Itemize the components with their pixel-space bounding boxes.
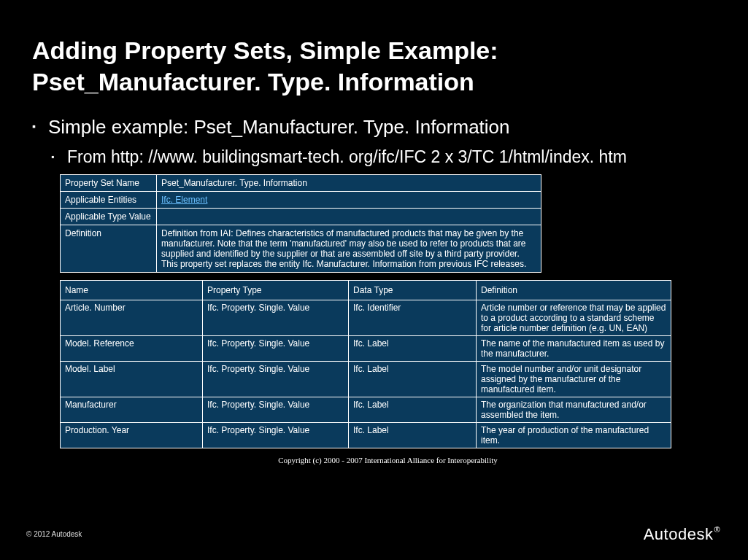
meta-label: Definition [61, 225, 157, 273]
bullet-list: Simple example: Pset_Manufacturer. Type.… [32, 116, 716, 167]
meta-label: Applicable Entities [61, 192, 157, 209]
meta-row: DefinitionDefinition from IAI: Defines c… [61, 225, 541, 273]
meta-link[interactable]: Ifc. Element [161, 195, 207, 205]
meta-value[interactable]: Ifc. Element [157, 192, 541, 209]
props-header-dtype: Data Type [349, 281, 477, 300]
registered-icon: ® [714, 525, 720, 534]
cell-dtype: Ifc. Label [349, 397, 477, 423]
cell-ptype: Ifc. Property. Single. Value [203, 300, 349, 336]
sub-bullet-list: From http: //www. buildingsmart-tech. or… [48, 147, 716, 167]
meta-value [157, 209, 541, 225]
bullet-item-1: Simple example: Pset_Manufacturer. Type.… [32, 116, 716, 167]
meta-value: Definition from IAI: Defines characteris… [157, 225, 541, 273]
props-header-name: Name [61, 281, 203, 300]
slide-title: Adding Property Sets, Simple Example: Ps… [32, 35, 716, 97]
props-header-def: Definition [477, 281, 671, 300]
table-row: Model. ReferenceIfc. Property. Single. V… [61, 336, 671, 362]
autodesk-logo-text: Autodesk [644, 525, 714, 543]
cell-dtype: Ifc. Label [349, 423, 477, 448]
cell-name: Article. Number [61, 300, 203, 336]
bullet-text-2: From http: //www. buildingsmart-tech. or… [67, 147, 627, 166]
cell-dtype: Ifc. Label [349, 362, 477, 397]
cell-def: The model number and/or unit designator … [477, 362, 671, 397]
properties-table: Name Property Type Data Type Definition … [60, 280, 671, 448]
table-row: Model. LabelIfc. Property. Single. Value… [61, 362, 671, 397]
tables-area: Property Set NamePset_Manufacturer. Type… [60, 174, 716, 464]
cell-name: Model. Label [61, 362, 203, 397]
meta-row: Property Set NamePset_Manufacturer. Type… [61, 175, 541, 192]
cell-dtype: Ifc. Label [349, 336, 477, 362]
cell-name: Manufacturer [61, 397, 203, 423]
cell-def: The name of the manufactured item as use… [477, 336, 671, 362]
meta-label: Applicable Type Value [61, 209, 157, 225]
meta-label: Property Set Name [61, 175, 157, 192]
cell-dtype: Ifc. Identifier [349, 300, 477, 336]
table-row: Production. YearIfc. Property. Single. V… [61, 423, 671, 448]
cell-def: Article number or reference that may be … [477, 300, 671, 336]
cell-ptype: Ifc. Property. Single. Value [203, 336, 349, 362]
footer-copyright: © 2012 Autodesk [26, 530, 82, 538]
slide: Adding Property Sets, Simple Example: Ps… [0, 0, 748, 560]
bullet-text-1: Simple example: Pset_Manufacturer. Type.… [48, 116, 510, 138]
cell-ptype: Ifc. Property. Single. Value [203, 362, 349, 397]
meta-table: Property Set NamePset_Manufacturer. Type… [60, 174, 541, 273]
props-header-ptype: Property Type [203, 281, 349, 300]
table-row: ManufacturerIfc. Property. Single. Value… [61, 397, 671, 423]
cell-ptype: Ifc. Property. Single. Value [203, 397, 349, 423]
props-header-row: Name Property Type Data Type Definition [61, 281, 671, 300]
meta-row: Applicable EntitiesIfc. Element [61, 192, 541, 209]
meta-value: Pset_Manufacturer. Type. Information [157, 175, 541, 192]
cell-name: Production. Year [61, 423, 203, 448]
iai-copyright: Copyright (c) 2000 - 2007 International … [60, 456, 716, 464]
cell-def: The organization that manufactured and/o… [477, 397, 671, 423]
cell-name: Model. Reference [61, 336, 203, 362]
meta-row: Applicable Type Value [61, 209, 541, 225]
bullet-item-2: From http: //www. buildingsmart-tech. or… [51, 147, 716, 167]
autodesk-logo: Autodesk® [644, 525, 720, 544]
cell-ptype: Ifc. Property. Single. Value [203, 423, 349, 448]
table-row: Article. NumberIfc. Property. Single. Va… [61, 300, 671, 336]
cell-def: The year of production of the manufactur… [477, 423, 671, 448]
